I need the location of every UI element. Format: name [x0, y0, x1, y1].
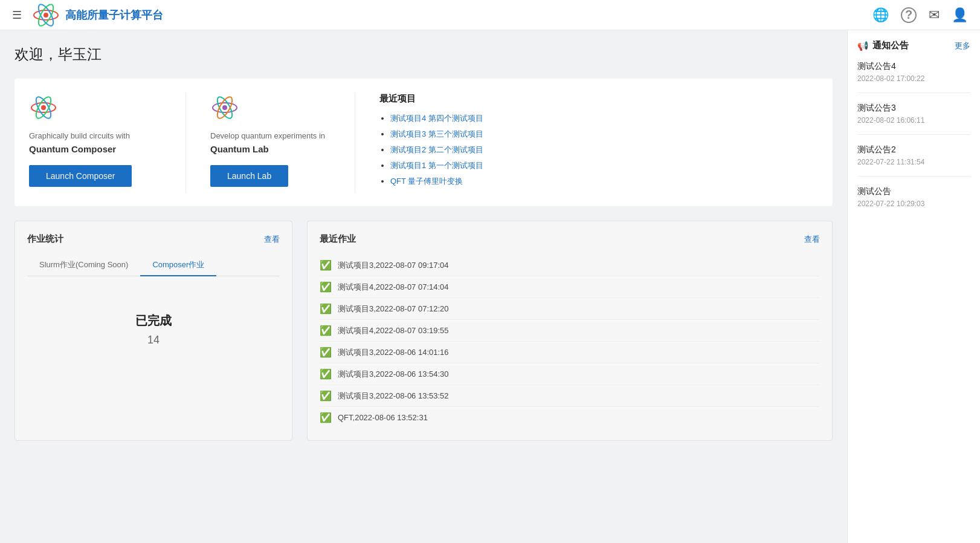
job-stats-view-link[interactable]: 查看 — [264, 234, 280, 245]
check-icon-2: ✅ — [320, 303, 332, 314]
list-item: ✅ 测试项目3,2022-08-06 13:53:52 — [320, 385, 820, 407]
lab-product-name: Quantum Lab — [210, 144, 330, 154]
stats-label: 已完成 — [27, 313, 280, 329]
job-text-5: 测试项目3,2022-08-06 13:54:30 — [338, 369, 449, 380]
megaphone-icon: 📢 — [857, 41, 869, 51]
tab-slurm[interactable]: Slurm作业(Coming Soon) — [27, 255, 140, 276]
launch-composer-button[interactable]: Launch Composer — [29, 165, 132, 187]
job-list: ✅ 测试项目3,2022-08-07 09:17:04 ✅ 测试项目4,2022… — [320, 255, 820, 428]
check-icon-6: ✅ — [320, 390, 332, 402]
notice-item-1: 测试公告3 2022-08-02 16:06:11 — [857, 103, 970, 135]
composer-atom-icon — [29, 93, 161, 124]
mail-icon[interactable]: ✉ — [929, 7, 940, 23]
check-icon-0: ✅ — [320, 259, 332, 271]
project-link-3[interactable]: 测试项目1 第一个测试项目 — [390, 161, 483, 170]
svg-point-3 — [44, 13, 48, 18]
right-sidebar: 📢 通知公告 更多 测试公告4 2022-08-02 17:00:22 测试公告… — [847, 30, 980, 543]
project-link-4[interactable]: QFT 量子傅里叶变换 — [390, 177, 463, 186]
list-item: ✅ 测试项目4,2022-08-07 03:19:55 — [320, 320, 820, 342]
list-item: ✅ 测试项目3,2022-08-06 14:01:16 — [320, 342, 820, 363]
job-stats-header: 作业统计 查看 — [27, 233, 280, 245]
check-icon-7: ✅ — [320, 412, 332, 423]
recent-jobs-card: 最近作业 查看 ✅ 测试项目3,2022-08-07 09:17:04 ✅ 测试… — [307, 221, 833, 441]
content-area: 欢迎，毕玉江 Graphically build circuits with Q… — [0, 30, 847, 543]
job-text-0: 测试项目3,2022-08-07 09:17:04 — [338, 260, 449, 271]
job-stats-card: 作业统计 查看 Slurm作业(Coming Soon) Composer作业 … — [15, 221, 292, 441]
notice-title-0: 测试公告4 — [857, 61, 970, 72]
job-stats-tabs: Slurm作业(Coming Soon) Composer作业 — [27, 255, 280, 276]
check-icon-1: ✅ — [320, 281, 332, 293]
lab-card: Develop quantum experiments in Quantum L… — [186, 93, 355, 192]
notice-date-2: 2022-07-22 11:31:54 — [857, 158, 970, 166]
sidebar-title: 📢 通知公告 — [857, 40, 909, 51]
job-stats-title: 作业统计 — [27, 233, 63, 245]
logo: 高能所量子计算平台 — [31, 1, 872, 30]
project-link-2[interactable]: 测试项目2 第二个测试项目 — [390, 145, 483, 154]
project-link-0[interactable]: 测试项目4 第四个测试项目 — [390, 114, 483, 123]
list-item: ✅ 测试项目3,2022-08-06 13:54:30 — [320, 363, 820, 385]
list-item: ✅ QFT,2022-08-06 13:52:31 — [320, 407, 820, 428]
job-text-7: QFT,2022-08-06 13:52:31 — [338, 413, 428, 422]
composer-card: Graphically build circuits with Quantum … — [29, 93, 186, 192]
list-item: ✅ 测试项目3,2022-08-07 09:17:04 — [320, 255, 820, 276]
stats-number: 14 — [27, 334, 280, 346]
job-text-4: 测试项目3,2022-08-06 14:01:16 — [338, 347, 449, 358]
check-icon-3: ✅ — [320, 325, 332, 336]
check-icon-4: ✅ — [320, 346, 332, 358]
notice-title-3: 测试公告 — [857, 186, 970, 197]
list-item: 测试项目3 第三个测试项目 — [390, 129, 818, 140]
bottom-row: 作业统计 查看 Slurm作业(Coming Soon) Composer作业 … — [15, 221, 833, 441]
svg-point-11 — [222, 105, 227, 110]
help-icon[interactable]: ? — [901, 7, 917, 23]
job-text-2: 测试项目3,2022-08-07 07:12:20 — [338, 304, 449, 314]
list-item: 测试项目4 第四个测试项目 — [390, 113, 818, 124]
sidebar-header: 📢 通知公告 更多 — [857, 40, 970, 51]
job-text-6: 测试项目3,2022-08-06 13:53:52 — [338, 391, 449, 402]
top-row: Graphically build circuits with Quantum … — [15, 79, 833, 206]
notice-date-0: 2022-08-02 17:00:22 — [857, 74, 970, 83]
svg-point-7 — [41, 105, 46, 110]
list-item: 测试项目2 第二个测试项目 — [390, 145, 818, 155]
notice-date-1: 2022-08-02 16:06:11 — [857, 116, 970, 125]
composer-product-name: Quantum Composer — [29, 144, 161, 154]
job-text-1: 测试项目4,2022-08-07 07:14:04 — [338, 282, 449, 293]
list-item: 测试项目1 第一个测试项目 — [390, 160, 818, 171]
notice-item-3: 测试公告 2022-07-22 10:29:03 — [857, 186, 970, 218]
main-layout: 欢迎，毕玉江 Graphically build circuits with Q… — [0, 30, 980, 543]
recent-projects-title: 最近项目 — [379, 93, 818, 105]
notice-date-3: 2022-07-22 10:29:03 — [857, 200, 970, 208]
notice-item-2: 测试公告2 2022-07-22 11:31:54 — [857, 145, 970, 177]
composer-desc: Graphically build circuits with — [29, 131, 161, 140]
notice-item-0: 测试公告4 2022-08-02 17:00:22 — [857, 61, 970, 93]
recent-jobs-header: 最近作业 查看 — [320, 233, 820, 245]
menu-icon[interactable]: ☰ — [12, 8, 22, 22]
check-icon-5: ✅ — [320, 368, 332, 380]
lab-desc: Develop quantum experiments in — [210, 131, 330, 140]
notice-title-2: 测试公告2 — [857, 145, 970, 155]
tab-composer[interactable]: Composer作业 — [140, 255, 216, 276]
logo-icon — [31, 1, 60, 30]
list-item: ✅ 测试项目4,2022-08-07 07:14:04 — [320, 276, 820, 298]
list-item: ✅ 测试项目3,2022-08-07 07:12:20 — [320, 298, 820, 320]
globe-icon[interactable]: 🌐 — [872, 7, 889, 23]
header-icons: 🌐 ? ✉ 👤 — [872, 7, 968, 23]
user-icon[interactable]: 👤 — [952, 7, 968, 23]
header-title: 高能所量子计算平台 — [65, 8, 163, 22]
header: ☰ 高能所量子计算平台 🌐 ? ✉ 👤 — [0, 0, 980, 30]
recent-projects-card: 最近项目 测试项目4 第四个测试项目 测试项目3 第三个测试项目 测试项目2 第… — [355, 93, 818, 192]
list-item: QFT 量子傅里叶变换 — [390, 176, 818, 187]
recent-jobs-title: 最近作业 — [320, 233, 356, 245]
lab-atom-icon — [210, 93, 330, 124]
project-link-1[interactable]: 测试项目3 第三个测试项目 — [390, 129, 483, 138]
stats-center: 已完成 14 — [27, 288, 280, 359]
launch-lab-button[interactable]: Launch Lab — [210, 165, 288, 187]
welcome-title: 欢迎，毕玉江 — [15, 45, 833, 64]
sidebar-title-text: 通知公告 — [872, 40, 909, 51]
sidebar-more-link[interactable]: 更多 — [955, 41, 970, 51]
notice-title-1: 测试公告3 — [857, 103, 970, 114]
recent-jobs-view-link[interactable]: 查看 — [804, 234, 820, 245]
project-list: 测试项目4 第四个测试项目 测试项目3 第三个测试项目 测试项目2 第二个测试项… — [379, 113, 818, 187]
job-text-3: 测试项目4,2022-08-07 03:19:55 — [338, 325, 449, 336]
